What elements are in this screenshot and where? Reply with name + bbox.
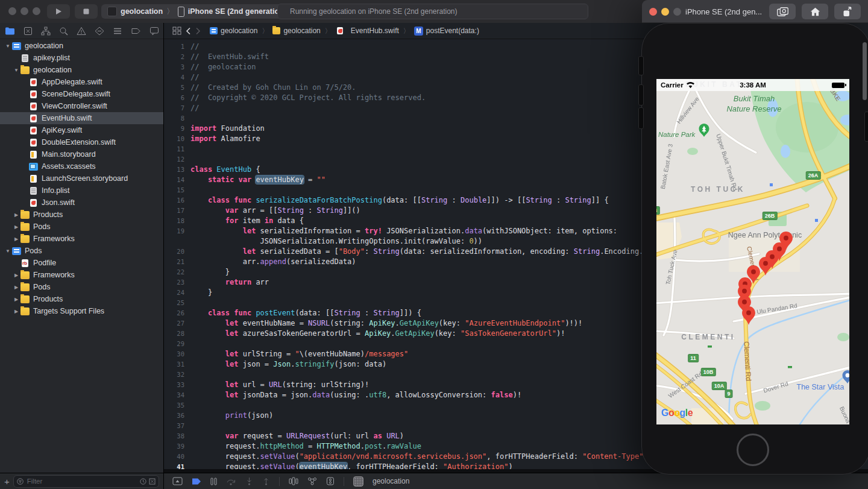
line-number: 8 <box>164 115 184 122</box>
tab-source-control[interactable] <box>24 27 33 36</box>
disclosure-triangle-icon[interactable]: ▶ <box>12 309 20 314</box>
map-label: CLEMENTI <box>681 333 735 341</box>
folder-icon <box>20 295 30 303</box>
file-row-LaunchScreen.storyboard[interactable]: LaunchScreen.storyboard <box>0 172 163 185</box>
file-row-Info.plist[interactable]: Info.plist <box>0 185 163 197</box>
filter-field[interactable] <box>13 475 159 488</box>
disclosure-triangle-icon[interactable]: ▶ <box>12 285 20 290</box>
disclosure-triangle-icon[interactable]: ▼ <box>4 248 12 254</box>
go-forward-button[interactable] <box>195 27 201 35</box>
home-button[interactable] <box>737 434 769 466</box>
pause-button[interactable] <box>210 478 217 485</box>
close-window-button[interactable] <box>649 8 657 16</box>
tab-breakpoint-navigator[interactable] <box>131 27 141 36</box>
code-text: class func serizalizeDataForBatchPosting… <box>190 196 609 204</box>
zoom-window-button[interactable] <box>673 8 681 16</box>
related-items-icon[interactable] <box>172 27 181 35</box>
silent-switch[interactable] <box>638 56 644 75</box>
tab-project-navigator[interactable] <box>5 27 15 36</box>
recent-files-icon[interactable] <box>140 478 146 485</box>
step-out-button[interactable] <box>262 478 270 485</box>
scm-filter-icon[interactable] <box>149 478 156 485</box>
code-text: arr.append(serializedData) <box>190 257 356 266</box>
tab-report-navigator[interactable] <box>149 27 159 36</box>
disclosure-triangle-icon[interactable]: ▶ <box>12 212 20 218</box>
ruby-icon <box>22 259 28 267</box>
map-view[interactable]: Google BUKIT BATOKBukit TimahNature Rese… <box>656 79 849 424</box>
file-row-geolocation[interactable]: ▼geolocation <box>0 40 163 52</box>
breadcrumb-group[interactable]: geolocation <box>272 27 320 35</box>
file-row-Assets.xcassets[interactable]: Assets.xcassets <box>0 160 163 172</box>
volume-down-button[interactable] <box>638 107 644 129</box>
file-row-Json.swift[interactable]: Json.swift <box>0 197 163 209</box>
zoom-window-button[interactable] <box>33 7 40 15</box>
file-row-Frameworks[interactable]: ▶Frameworks <box>0 233 163 245</box>
scrollbar[interactable] <box>863 42 867 100</box>
file-row-Frameworks[interactable]: ▶Frameworks <box>0 269 163 281</box>
filter-input[interactable] <box>26 477 137 485</box>
file-row-geolocation[interactable]: ▼geolocation <box>0 64 163 76</box>
line-number: 10 <box>164 135 184 142</box>
rotate-device-button[interactable] <box>834 4 861 19</box>
tab-symbol-navigator[interactable] <box>41 27 51 36</box>
file-row-Main.storyboard[interactable]: Main.storyboard <box>0 148 163 160</box>
memory-graph-button[interactable] <box>307 477 317 485</box>
file-row-ViewController.swift[interactable]: ViewController.swift <box>0 100 163 112</box>
breadcrumb-file[interactable]: EventHub.swift <box>336 27 399 35</box>
file-row-ApiKey.swift[interactable]: ApiKey.swift <box>0 124 163 136</box>
screenshot-icon <box>777 7 788 16</box>
breadcrumb-project[interactable]: geolocation <box>210 27 257 35</box>
disclosure-triangle-icon[interactable]: ▶ <box>12 236 20 242</box>
scheme-selector[interactable]: geolocation 〉 iPhone SE (2nd generation) <box>101 4 292 19</box>
close-window-button[interactable] <box>8 7 16 15</box>
file-row-apikey.plist[interactable]: apikey.plist <box>0 52 163 64</box>
hide-debug-area-button[interactable] <box>172 477 183 485</box>
run-button[interactable] <box>47 4 70 19</box>
disclosure-triangle-icon[interactable]: ▼ <box>4 43 12 49</box>
file-row-DoubleExtension.swift[interactable]: DoubleExtension.swift <box>0 136 163 148</box>
disclosure-triangle-icon[interactable]: ▶ <box>12 224 20 230</box>
breadcrumb-symbol[interactable]: M postEvent(data:) <box>414 27 479 36</box>
step-into-button[interactable] <box>245 478 253 485</box>
power-button[interactable] <box>864 112 868 142</box>
add-button[interactable]: + <box>4 477 10 486</box>
rotate-icon <box>843 7 853 17</box>
tab-find-navigator[interactable] <box>59 27 68 36</box>
breakpoints-toggle-button[interactable] <box>192 478 201 485</box>
stop-button[interactable] <box>75 4 98 19</box>
screenshot-button[interactable] <box>769 4 796 19</box>
file-row-Targets Support Files[interactable]: ▶Targets Support Files <box>0 305 163 317</box>
tab-test-navigator[interactable] <box>95 27 104 36</box>
minimize-window-button[interactable] <box>661 8 669 16</box>
file-row-Pods[interactable]: ▶Pods <box>0 281 163 293</box>
go-back-button[interactable] <box>186 27 191 35</box>
file-row-Pods[interactable]: ▶Pods <box>0 221 163 233</box>
file-row-AppDelegate.swift[interactable]: AppDelegate.swift <box>0 76 163 88</box>
file-row-EventHub.swift[interactable]: EventHub.swift <box>0 112 163 124</box>
file-row-Products[interactable]: ▶Products <box>0 209 163 221</box>
tab-debug-navigator[interactable] <box>113 27 122 36</box>
disclosure-triangle-icon[interactable]: ▼ <box>12 68 20 73</box>
step-over-button[interactable] <box>226 478 236 485</box>
project-icon <box>12 247 21 255</box>
file-row-Podfile[interactable]: Podfile <box>0 257 163 269</box>
view-hierarchy-button[interactable] <box>289 477 298 485</box>
environment-overrides-button[interactable] <box>326 477 335 485</box>
disclosure-triangle-icon[interactable]: ▶ <box>12 273 20 278</box>
volume-up-button[interactable] <box>638 84 644 106</box>
disclosure-triangle-icon[interactable]: ▶ <box>12 297 20 302</box>
file-row-Pods[interactable]: ▼Pods <box>0 245 163 257</box>
code-text: class EventHub { <box>190 165 260 174</box>
minimize-window-button[interactable] <box>20 7 28 15</box>
home-button-toolbar[interactable] <box>802 4 828 19</box>
simulator-titlebar[interactable]: iPhone SE (2nd gen... <box>642 0 868 23</box>
file-label: Products <box>33 210 63 219</box>
tab-issue-navigator[interactable] <box>77 27 86 36</box>
file-row-SceneDelegate.swift[interactable]: SceneDelegate.swift <box>0 88 163 100</box>
phone-screen[interactable]: Google BUKIT BATOKBukit TimahNature Rese… <box>656 79 849 424</box>
code-text: var arr = [[String : String]]() <box>190 206 360 215</box>
file-row-Products[interactable]: ▶Products <box>0 293 163 305</box>
code-text: var request = URLRequest(url: url as URL… <box>190 432 404 440</box>
code-text: let azureSasTokenGeneratorUrl = ApiKey.G… <box>190 329 565 338</box>
line-number: 6 <box>164 94 184 101</box>
